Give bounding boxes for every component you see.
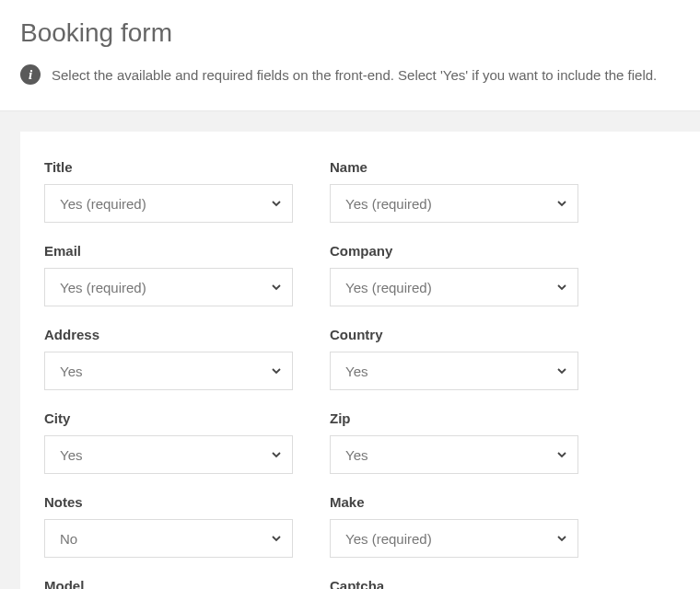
field-model: ModelYes (required)YesNo xyxy=(44,578,330,589)
field-label-city: City xyxy=(44,410,293,426)
field-label-name: Name xyxy=(330,159,578,175)
field-email: EmailYes (required)YesNo xyxy=(44,243,330,306)
field-captcha: CaptchaYes (required)YesNo xyxy=(330,578,615,589)
select-wrap-name: Yes (required)YesNo xyxy=(330,184,578,223)
select-title[interactable]: Yes (required)YesNo xyxy=(44,184,293,223)
field-city: CityYes (required)YesNo xyxy=(44,410,330,474)
form-panel: TitleYes (required)YesNoNameYes (require… xyxy=(20,132,700,589)
select-company[interactable]: Yes (required)YesNo xyxy=(330,268,578,306)
field-title: TitleYes (required)YesNo xyxy=(44,159,330,223)
select-wrap-email: Yes (required)YesNo xyxy=(44,268,293,306)
field-label-model: Model xyxy=(44,578,293,589)
select-notes[interactable]: Yes (required)YesNo xyxy=(44,519,293,558)
select-make[interactable]: Yes (required)YesNo xyxy=(330,519,578,558)
field-label-email: Email xyxy=(44,243,293,259)
field-label-company: Company xyxy=(330,243,578,259)
field-country: CountryYes (required)YesNo xyxy=(330,327,615,390)
field-label-notes: Notes xyxy=(44,494,293,510)
field-label-address: Address xyxy=(44,327,293,342)
field-name: NameYes (required)YesNo xyxy=(330,159,615,223)
content-background: TitleYes (required)YesNoNameYes (require… xyxy=(0,110,700,589)
info-row: i Select the available and required fiel… xyxy=(20,64,680,101)
select-wrap-country: Yes (required)YesNo xyxy=(330,352,578,390)
field-label-captcha: Captcha xyxy=(330,578,578,589)
field-notes: NotesYes (required)YesNo xyxy=(44,494,330,558)
info-text: Select the available and required fields… xyxy=(52,67,657,83)
select-wrap-city: Yes (required)YesNo xyxy=(44,435,293,474)
field-label-title: Title xyxy=(44,159,293,175)
select-zip[interactable]: Yes (required)YesNo xyxy=(330,435,578,474)
page-title: Booking form xyxy=(20,18,680,48)
select-country[interactable]: Yes (required)YesNo xyxy=(330,352,578,390)
select-name[interactable]: Yes (required)YesNo xyxy=(330,184,578,223)
select-wrap-make: Yes (required)YesNo xyxy=(330,519,578,558)
select-wrap-company: Yes (required)YesNo xyxy=(330,268,578,306)
field-make: MakeYes (required)YesNo xyxy=(330,494,615,558)
select-address[interactable]: Yes (required)YesNo xyxy=(44,352,293,390)
select-wrap-zip: Yes (required)YesNo xyxy=(330,435,578,474)
field-address: AddressYes (required)YesNo xyxy=(44,327,330,390)
field-label-country: Country xyxy=(330,327,578,342)
select-city[interactable]: Yes (required)YesNo xyxy=(44,435,293,474)
select-wrap-notes: Yes (required)YesNo xyxy=(44,519,293,558)
field-label-zip: Zip xyxy=(330,410,578,426)
field-label-make: Make xyxy=(330,494,578,510)
select-email[interactable]: Yes (required)YesNo xyxy=(44,268,293,306)
info-icon: i xyxy=(20,64,41,85)
field-zip: ZipYes (required)YesNo xyxy=(330,410,615,474)
select-wrap-address: Yes (required)YesNo xyxy=(44,352,293,390)
select-wrap-title: Yes (required)YesNo xyxy=(44,184,293,223)
fields-grid: TitleYes (required)YesNoNameYes (require… xyxy=(44,159,676,589)
field-company: CompanyYes (required)YesNo xyxy=(330,243,615,306)
